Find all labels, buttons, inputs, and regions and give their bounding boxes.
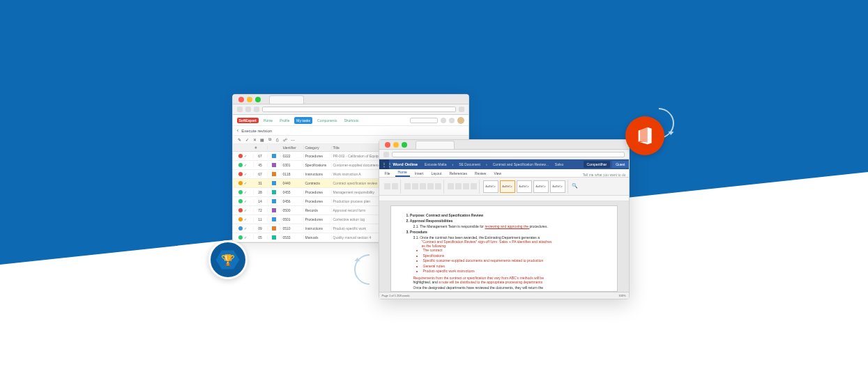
- check-icon: ✓: [244, 154, 247, 158]
- tab-review[interactable]: Review: [472, 170, 489, 177]
- row-number: 45: [254, 163, 268, 167]
- nav-profile[interactable]: Profile: [277, 117, 291, 124]
- tab-insert[interactable]: Insert: [412, 170, 427, 177]
- notif-icon[interactable]: [441, 118, 446, 123]
- traffic-lights[interactable]: [233, 94, 266, 105]
- breadcrumb[interactable]: SE Document: [456, 162, 483, 166]
- office-badge: [625, 116, 664, 155]
- back-button[interactable]: ‹: [237, 127, 239, 134]
- status-dot-icon: [238, 172, 243, 176]
- row-category: Procedures: [304, 154, 332, 158]
- style-heading1[interactable]: AaBbCc: [500, 180, 515, 193]
- word-titlebar: ⋮⋮⋮ Word Online Excuste Malta › SE Docum…: [379, 159, 629, 169]
- address-input[interactable]: [262, 107, 456, 112]
- row-number: 28: [254, 190, 268, 194]
- browser-tab[interactable]: [416, 141, 455, 149]
- tell-me-input[interactable]: Tell me what you want to do: [583, 173, 626, 177]
- nav-mytasks[interactable]: My tasks: [294, 117, 312, 124]
- tab-references[interactable]: References: [446, 170, 470, 177]
- italic-icon[interactable]: [412, 183, 418, 189]
- document-page[interactable]: 1. Purpose: Contract and Specification R…: [390, 205, 618, 292]
- font-color-icon[interactable]: [427, 183, 434, 189]
- nav-components[interactable]: Components: [315, 117, 339, 124]
- row-category: Procedures: [304, 217, 332, 221]
- check-icon: ✓: [244, 226, 247, 230]
- row-number: 09: [254, 226, 268, 230]
- back-icon[interactable]: [237, 107, 243, 112]
- reload-icon[interactable]: [254, 107, 259, 112]
- bullets-icon[interactable]: [448, 183, 454, 189]
- bold-icon[interactable]: [404, 183, 411, 189]
- paste-icon[interactable]: [392, 183, 398, 189]
- tab-file[interactable]: File: [382, 170, 393, 177]
- style-heading2[interactable]: AaBbCc: [517, 180, 532, 193]
- find-icon[interactable]: 🔍: [572, 183, 579, 190]
- address-input[interactable]: [392, 152, 625, 157]
- nav-home[interactable]: Home: [261, 117, 275, 124]
- row-id: 0501: [282, 217, 304, 221]
- type-icon: [272, 217, 276, 221]
- browser-tab[interactable]: [269, 95, 304, 104]
- style-normal[interactable]: AaBbCc: [483, 180, 498, 193]
- tab-view[interactable]: View: [491, 170, 504, 177]
- browser-chrome: [233, 95, 469, 115]
- traffic-lights[interactable]: [379, 139, 413, 150]
- cancel-icon[interactable]: ✕: [252, 137, 257, 142]
- breadcrumb[interactable]: Contract and Specification Review…: [490, 162, 552, 166]
- user-menu[interactable]: Guest: [612, 161, 628, 168]
- align-icon[interactable]: [463, 183, 469, 189]
- doc-icon[interactable]: ▦: [260, 137, 265, 142]
- app-navbar: SoftExpert Home Profile My tasks Compone…: [233, 115, 469, 126]
- back-icon[interactable]: [383, 152, 389, 157]
- row-number: 11: [254, 217, 268, 221]
- status-dot-icon: [238, 217, 243, 221]
- row-category: Specifications: [304, 163, 332, 167]
- status-dot-icon: [238, 163, 243, 167]
- tab-layout[interactable]: Layout: [428, 170, 444, 177]
- link-icon[interactable]: ☍: [283, 137, 288, 142]
- edit-icon[interactable]: ✎: [237, 137, 242, 142]
- row-id: 0510: [282, 226, 304, 230]
- document-area[interactable]: 1. Purpose: Contract and Specification R…: [379, 201, 629, 292]
- zoom-level[interactable]: 100%: [618, 294, 625, 297]
- nav-shortcuts[interactable]: Shortcuts: [342, 117, 360, 124]
- app-launcher-icon[interactable]: ⋮⋮⋮: [379, 159, 389, 169]
- row-id: 0456: [282, 199, 304, 203]
- check-icon[interactable]: ✓: [245, 137, 250, 142]
- status-dot-icon: [238, 235, 243, 240]
- row-number: 31: [254, 181, 268, 185]
- row-number: 72: [254, 208, 268, 212]
- office-icon: [634, 125, 655, 146]
- underline-icon[interactable]: [420, 183, 426, 189]
- print-icon[interactable]: ⎙: [275, 137, 280, 142]
- check-icon: ✓: [244, 235, 247, 240]
- row-id: 0533: [282, 235, 304, 240]
- highlight-icon[interactable]: [435, 183, 441, 189]
- breadcrumb[interactable]: Excuste Malta: [422, 162, 449, 166]
- style-title[interactable]: AaBbCc: [550, 180, 565, 193]
- numbering-icon[interactable]: [455, 183, 462, 189]
- doc-heading: 1. Purpose: Contract and Specification R…: [406, 213, 602, 217]
- word-brand: Word Online: [389, 162, 422, 166]
- help-icon[interactable]: [449, 118, 455, 123]
- word-statusbar: Page 1 of 1 203 words 100%: [379, 292, 629, 299]
- tab-home[interactable]: Home: [395, 169, 410, 177]
- style-heading3[interactable]: AaBbCc: [533, 180, 549, 193]
- share-button[interactable]: Compartilhar: [584, 161, 611, 168]
- search-input[interactable]: [410, 118, 438, 123]
- indent-icon[interactable]: [471, 183, 477, 189]
- status-dot-icon: [238, 181, 243, 185]
- menu-icon[interactable]: [459, 107, 464, 112]
- check-icon: ✓: [244, 190, 247, 194]
- more-icon[interactable]: ⋯: [291, 137, 296, 142]
- doc-heading: 3. Procedure: [406, 230, 602, 234]
- trophy-badge: 🏆: [208, 240, 248, 279]
- row-category: Procedures: [304, 199, 332, 203]
- undo-icon[interactable]: [384, 183, 390, 189]
- row-id: 0222: [282, 154, 304, 158]
- trophy-icon: 🏆: [221, 253, 235, 267]
- avatar[interactable]: [457, 117, 464, 124]
- copy-icon[interactable]: ⧉: [268, 137, 273, 142]
- forward-icon[interactable]: [245, 107, 251, 112]
- stage: SoftExpert Home Profile My tasks Compone…: [232, 94, 637, 296]
